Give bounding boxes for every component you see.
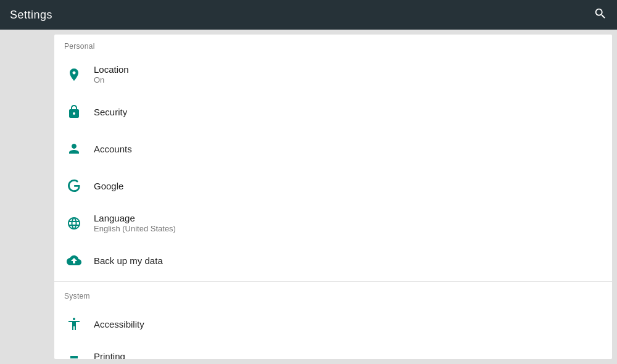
settings-content: Personal Location On Security [54, 35, 612, 359]
backup-title: Back up my data [94, 255, 163, 266]
settings-item-accessibility[interactable]: Accessibility [54, 305, 612, 342]
security-title: Security [94, 107, 127, 117]
settings-item-location[interactable]: Location On [54, 56, 612, 93]
google-text: Google [94, 181, 123, 191]
accounts-title: Accounts [94, 144, 132, 154]
section-header-system: System [54, 284, 612, 305]
google-icon [64, 176, 84, 196]
printing-icon [64, 352, 84, 360]
accounts-text: Accounts [94, 144, 132, 154]
accessibility-icon [64, 314, 84, 334]
language-title: Language [94, 213, 176, 223]
location-title: Location [94, 64, 129, 75]
location-icon [64, 65, 84, 85]
location-text: Location On [94, 64, 129, 85]
page-title: Settings [10, 9, 52, 22]
language-text: Language English (United States) [94, 213, 176, 233]
settings-item-accounts[interactable]: Accounts [54, 130, 612, 167]
settings-item-google[interactable]: Google [54, 167, 612, 204]
accessibility-text: Accessibility [94, 319, 144, 329]
topbar: Settings [0, 0, 617, 30]
sidebar [0, 30, 54, 364]
security-icon [64, 102, 84, 122]
backup-text: Back up my data [94, 255, 163, 266]
security-text: Security [94, 107, 127, 117]
location-subtitle: On [94, 75, 129, 85]
language-icon [64, 213, 84, 233]
accounts-icon [64, 139, 84, 159]
printing-title: Printing [94, 351, 133, 359]
settings-item-backup[interactable]: Back up my data [54, 242, 612, 279]
section-header-personal: Personal [54, 35, 612, 56]
google-title: Google [94, 181, 123, 191]
settings-item-printing[interactable]: Printing 0 print jobs [54, 342, 612, 359]
main-layout: Personal Location On Security [0, 30, 617, 364]
settings-item-language[interactable]: Language English (United States) [54, 204, 612, 242]
section-divider [54, 281, 612, 282]
backup-icon [64, 250, 84, 270]
printing-text: Printing 0 print jobs [94, 351, 133, 359]
language-subtitle: English (United States) [94, 224, 176, 233]
settings-item-security[interactable]: Security [54, 93, 612, 130]
accessibility-title: Accessibility [94, 319, 144, 329]
search-icon[interactable] [594, 7, 607, 23]
